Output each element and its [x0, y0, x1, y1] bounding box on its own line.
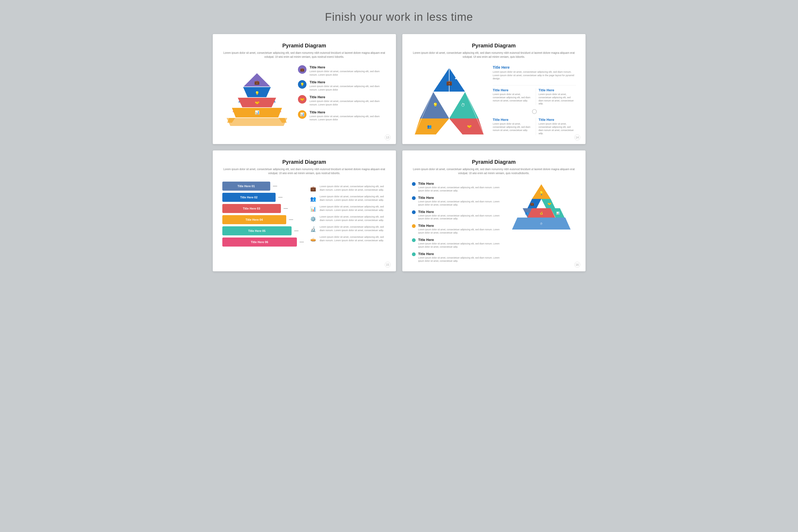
item1-desc: Lorem ipsum dolor sit amet, consectetuer…	[310, 70, 386, 76]
svg-text:⏱: ⏱	[540, 222, 543, 225]
s4-title-4: Title Here	[418, 224, 501, 228]
s2-grid-item-4: Title Here Lorem ipsum dolor sit amet, c…	[536, 118, 576, 135]
bar-row-1: Title Here 01	[222, 182, 304, 191]
list-item-3: 🤝 Title Here Lorem ipsum dolor sit amet,…	[298, 95, 386, 106]
bar-row-4: Title Here 04	[222, 215, 304, 224]
bar-row-6: Title Here 06	[222, 238, 304, 247]
item3-desc: Lorem ipsum dolor sit amet, consectetuer…	[310, 100, 386, 106]
s3-icon-5: 🔬	[309, 225, 317, 233]
svg-text:🤝: 🤝	[254, 101, 259, 105]
s4-dot-5	[412, 238, 416, 242]
bar1-arrow	[273, 186, 277, 186]
s2-top-title: Title Here	[493, 65, 576, 70]
s3-item-6: 🥧 Lorem ipsum dolor sit amet, consectetu…	[309, 235, 386, 243]
s3-desc-6: Lorem ipsum dolor sit amet, consectetuer…	[320, 235, 386, 242]
list-item-4: 📊 Title Here Lorem ipsum dolor sit amet,…	[298, 110, 386, 121]
s3-item-2: 👥 Lorem ipsum dolor sit amet, consectetu…	[309, 195, 386, 203]
s4-item-4: Title Here Lorem ipsum dolor sit amet, c…	[412, 224, 501, 234]
s4-desc-4: Lorem ipsum dolor sit amet, consectetuer…	[418, 228, 501, 234]
s2-grid-item-1: Title Here Lorem ipsum dolor sit amet, c…	[493, 88, 533, 106]
s4-title-6: Title Here	[418, 252, 501, 256]
svg-text:🤝: 🤝	[467, 124, 472, 129]
s4-dot-3	[412, 210, 416, 214]
svg-text:📊: 📊	[556, 211, 560, 215]
item2-desc: Lorem ipsum dolor sit amet, consectetuer…	[310, 85, 386, 91]
slide1-number: 13	[385, 134, 391, 140]
slide3-bars: Title Here 01 Title Here 02 Title Here 0…	[222, 182, 304, 247]
list-item-2: 💡 Title Here Lorem ipsum dolor sit amet,…	[298, 80, 386, 91]
s4-item-5: Title Here Lorem ipsum dolor sit amet, c…	[412, 238, 501, 249]
item3-title: Title Here	[310, 95, 386, 99]
s4-dot-6	[412, 252, 416, 256]
icon-handshake: 🤝	[298, 95, 306, 103]
s4-item-1: Title Here Lorem ipsum dolor sit amet, c…	[412, 182, 501, 192]
s4-dot-1	[412, 182, 416, 186]
svg-text:💡: 💡	[254, 91, 259, 96]
bar1-label: Title Here 01	[222, 182, 270, 191]
bar4-arrow	[289, 220, 293, 220]
bar-row-2: Title Here 02	[222, 193, 304, 202]
dot-divider	[532, 109, 537, 114]
bar6-label: Title Here 06	[222, 238, 297, 247]
s4-dot-2	[412, 196, 416, 200]
pyramid1-svg: 💼 💡 🤝 📊	[225, 68, 289, 134]
slide2-pyramid: 💼 💡 ⏱ 👥 🤝 ✦	[412, 65, 487, 135]
bar5-label: Title Here 05	[222, 226, 291, 235]
item2-title: Title Here	[310, 80, 386, 84]
s4-desc-2: Lorem ipsum dolor sit amet, consectetuer…	[418, 200, 501, 207]
s4-desc-5: Lorem ipsum dolor sit amet, consectetuer…	[418, 242, 501, 249]
s3-desc-3: Lorem ipsum dolor sit amet, consectetuer…	[320, 205, 386, 212]
s2-center-dot	[493, 109, 576, 114]
svg-text:💼: 💼	[446, 80, 452, 86]
s3-item-1: 💼 Lorem ipsum dolor sit amet, consectetu…	[309, 185, 386, 193]
svg-marker-20	[415, 118, 449, 134]
s3-item-3: 📊 Lorem ipsum dolor sit amet, consectetu…	[309, 205, 386, 213]
bar4-label: Title Here 04	[222, 215, 286, 224]
bar5-arrow	[294, 231, 299, 231]
slide2-grid: Title Here Lorem ipsum dolor sit amet, c…	[493, 85, 576, 135]
svg-text:👥: 👥	[525, 211, 529, 215]
slide3-title: Pyramid Diagram	[222, 159, 386, 165]
icon-chart: 📊	[298, 110, 306, 119]
slide1-desc: Lorem ipsum dolor sit amet, consectetuer…	[222, 51, 386, 59]
s2-top-desc: Lorem ipsum dolor sit amet, consectetuer…	[493, 70, 576, 80]
s3-icon-4: ⚙️	[309, 215, 317, 223]
list-item-1: 💼 Title Here Lorem ipsum dolor sit amet,…	[298, 65, 386, 76]
slides-grid: Pyramid Diagram Lorem ipsum dolor sit am…	[213, 34, 586, 271]
s2-g4-desc: Lorem ipsum dolor sit amet, consectetuer…	[539, 122, 576, 135]
s4-desc-1: Lorem ipsum dolor sit amet, consectetuer…	[418, 186, 501, 192]
slide-3: Pyramid Diagram Lorem ipsum dolor sit am…	[213, 150, 396, 271]
slide1-content: 💼 💡 🤝 📊 💼 Title Here Lorem ipsum dolor s…	[222, 65, 386, 134]
item4-desc: Lorem ipsum dolor sit amet, consectetuer…	[310, 115, 386, 121]
s2-grid-item-2: Title Here Lorem ipsum dolor sit amet, c…	[536, 88, 576, 106]
s3-icon-2: 👥	[309, 195, 317, 203]
slide3-desc: Lorem ipsum dolor sit amet, consectetuer…	[222, 167, 386, 175]
s2-g1-desc: Lorem ipsum dolor sit amet, consectetuer…	[493, 93, 533, 102]
s2-g2-title: Title Here	[539, 88, 576, 92]
slide3-content: Title Here 01 Title Here 02 Title Here 0…	[222, 182, 386, 247]
bar3-label: Title Here 03	[222, 204, 281, 213]
slide4-content: Title Here Lorem ipsum dolor sit amet, c…	[412, 182, 576, 263]
s2-g1-title: Title Here	[493, 88, 533, 92]
slide2-top-item: Title Here Lorem ipsum dolor sit amet, c…	[493, 65, 576, 80]
s4-dot-4	[412, 224, 416, 228]
slide1-pyramid: 💼 💡 🤝 📊	[222, 65, 291, 134]
slide3-list: 💼 Lorem ipsum dolor sit amet, consectetu…	[309, 185, 386, 243]
s4-item-6: Title Here Lorem ipsum dolor sit amet, c…	[412, 252, 501, 263]
icon-bulb: 💡	[298, 80, 306, 89]
svg-marker-33	[528, 199, 541, 208]
svg-text:💼: 💼	[530, 202, 534, 206]
slide1-list: 💼 Title Here Lorem ipsum dolor sit amet,…	[298, 65, 386, 121]
s3-icon-3: 📊	[309, 205, 317, 213]
slide-1: Pyramid Diagram Lorem ipsum dolor sit am…	[213, 34, 396, 144]
slide4-title: Pyramid Diagram	[412, 159, 576, 165]
s3-desc-4: Lorem ipsum dolor sit amet, consectetuer…	[320, 215, 386, 222]
svg-text:💡: 💡	[539, 191, 544, 195]
svg-text:🤝: 🤝	[547, 202, 551, 206]
s2-g4-title: Title Here	[539, 118, 576, 122]
s4-title-2: Title Here	[418, 196, 501, 200]
slide2-number: 14	[574, 134, 580, 140]
slide2-right: Title Here Lorem ipsum dolor sit amet, c…	[493, 65, 576, 135]
s4-title-1: Title Here	[418, 182, 501, 186]
bar-row-3: Title Here 03	[222, 204, 304, 213]
